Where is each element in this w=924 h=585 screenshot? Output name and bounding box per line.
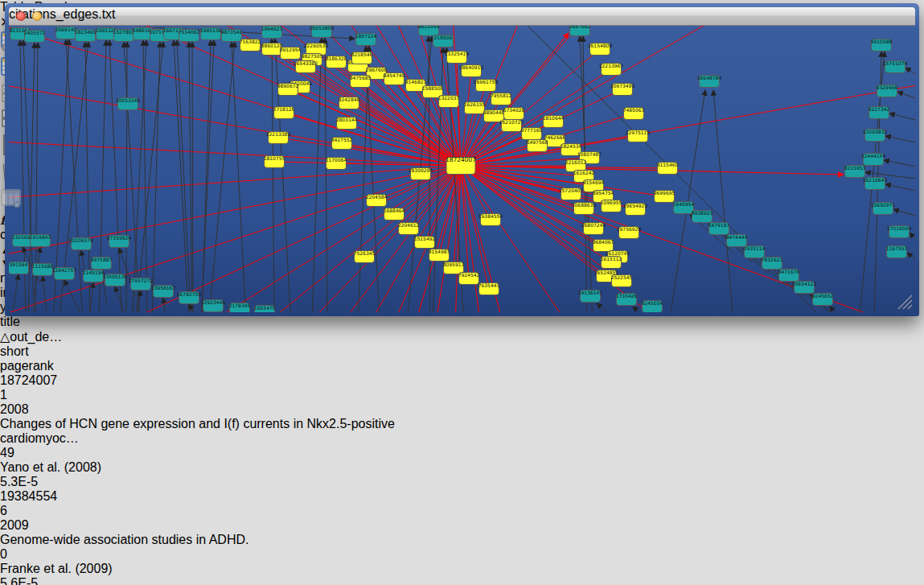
network-node[interactable]: 18724007 (446, 156, 476, 175)
network-node[interactable]: 9329966 (877, 84, 898, 97)
network-node[interactable]: 6479197 (708, 222, 730, 235)
network-node[interactable]: 17359924 (107, 235, 132, 248)
network-node[interactable]: 1810755 (264, 155, 285, 168)
network-node[interactable]: 7635441 (478, 282, 500, 295)
network-view[interactable]: 8131054240557220691401823460106532815278… (9, 26, 915, 315)
network-node[interactable]: 1093475 (254, 305, 276, 313)
network-node[interactable]: 12213967 (599, 63, 624, 76)
network-node[interactable]: 9154987 (429, 249, 450, 262)
network-node[interactable]: 10688639 (572, 202, 597, 215)
network-node[interactable]: 7514062 (179, 29, 200, 42)
network-node[interactable]: 10654122 (792, 281, 817, 294)
network-node[interactable]: 8218546 (351, 51, 373, 64)
network-node[interactable]: 2522545 (611, 274, 633, 287)
network-node[interactable]: 18640910 (459, 64, 484, 77)
network-node[interactable]: 1626155 (464, 101, 486, 114)
network-node[interactable]: 1096955 (601, 200, 622, 212)
network-node[interactable]: 6734028 (503, 107, 525, 120)
network-node[interactable]: 391594 (9, 262, 29, 274)
network-node[interactable]: 9475685 (350, 75, 372, 88)
network-node[interactable]: 1322037 (438, 95, 460, 108)
network-node[interactable]: 16782759 (177, 291, 202, 304)
network-node[interactable]: 19654923 (623, 203, 648, 216)
network-node[interactable]: 1857224 (355, 33, 377, 46)
network-node[interactable]: 16648784 (697, 75, 722, 88)
window-titlebar[interactable]: citations_edges.txt (9, 7, 915, 26)
network-canvas[interactable]: 8131054240557220691401823460106532815278… (9, 26, 915, 312)
network-node[interactable]: 218506 (433, 35, 454, 47)
network-node[interactable]: 1995136 (200, 27, 222, 40)
network-node[interactable]: 20053346 (116, 97, 141, 110)
table-row[interactable]: 1938455462009Genome-wide association stu… (0, 489, 924, 585)
network-node[interactable]: 16543382 (294, 60, 318, 73)
network-node[interactable]: 8454749 (384, 72, 405, 85)
network-node[interactable]: 8912954 (280, 47, 302, 60)
network-node[interactable]: 1115686 (32, 263, 54, 276)
network-node[interactable]: 9699695 (654, 190, 676, 203)
network-node[interactable]: 15692971 (871, 202, 896, 215)
network-node[interactable]: 1515492 (414, 236, 436, 249)
network-node[interactable]: 9890672 (277, 83, 299, 96)
network-node[interactable]: 9975887 (91, 257, 113, 270)
network-node[interactable]: 8427552 (331, 137, 353, 150)
network-node[interactable]: 16961758 (474, 79, 499, 92)
network-node[interactable]: 1810644 (543, 115, 565, 128)
network-node[interactable]: 2204584 (366, 194, 388, 207)
close-window-icon[interactable] (16, 11, 26, 21)
network-node[interactable]: 9777169 (521, 127, 543, 140)
network-node[interactable]: 16154808 (588, 43, 613, 56)
network-node[interactable]: 1615112 (601, 256, 622, 269)
column-header-title[interactable]: title (0, 315, 400, 329)
network-node[interactable]: 7485063 (623, 107, 645, 120)
network-node[interactable]: 2178345 (229, 303, 251, 313)
network-node[interactable]: 12213383 (266, 131, 291, 144)
network-node[interactable]: 1170064 (326, 157, 347, 170)
network-node[interactable]: 15720407 (559, 187, 584, 200)
network-node[interactable]: 14136141 (578, 290, 603, 303)
network-node[interactable]: 1919843 (30, 234, 51, 247)
network-node[interactable]: 12923446 (201, 299, 226, 312)
network-node[interactable]: 8215953 (844, 165, 866, 178)
network-node[interactable]: 7924542 (458, 272, 480, 285)
network-node[interactable]: 19384554 (478, 213, 503, 226)
network-node[interactable]: 7832621 (762, 257, 783, 270)
network-node[interactable]: 7163822 (240, 39, 261, 51)
minimize-window-icon[interactable] (32, 11, 42, 21)
network-node[interactable]: 9910588 (871, 39, 893, 51)
network-node[interactable]: 13505135 (103, 274, 128, 286)
network-node[interactable]: 1167553 (886, 245, 908, 258)
network-node[interactable]: 17957272 (129, 278, 154, 290)
network-node[interactable]: 2803144 (336, 117, 358, 130)
network-node[interactable]: 1527802 (113, 29, 135, 42)
network-node[interactable]: 12093832 (863, 129, 888, 142)
network-node[interactable]: 18300295 (409, 167, 433, 180)
network-node[interactable]: 13325419 (445, 51, 470, 64)
network-node[interactable]: 15751074 (883, 60, 908, 73)
network-node[interactable]: 2687682 (569, 26, 591, 36)
network-node[interactable]: 8471676 (778, 269, 800, 282)
network-node[interactable]: 9242848 (339, 97, 360, 109)
network-node[interactable]: 2204612 (398, 222, 420, 235)
network-node[interactable]: 20206576 (69, 237, 94, 250)
network-node[interactable]: 7526345 (354, 250, 376, 263)
network-node[interactable]: 2405572 (24, 30, 46, 43)
network-node[interactable]: 12942757 (52, 267, 77, 280)
network-node[interactable]: 2718126 (273, 106, 295, 119)
network-node[interactable]: 16210643 (863, 177, 888, 190)
network-node[interactable]: 17016504 (887, 225, 912, 238)
network-node[interactable]: 1145194 (83, 270, 105, 282)
network-node[interactable]: 19756928 (617, 226, 642, 239)
network-node[interactable]: 16807249 (581, 222, 606, 235)
network-node[interactable]: 9245034 (642, 300, 663, 313)
table-row[interactable]: 1872400712008Changes of HCN gene express… (0, 373, 924, 489)
network-node[interactable]: 6497568 (527, 139, 548, 152)
resize-grip-icon[interactable] (898, 295, 912, 309)
network-node[interactable]: 9227342 (869, 106, 890, 119)
network-node[interactable]: 16053809 (310, 26, 335, 38)
network-node[interactable]: 9115460 (657, 162, 679, 175)
network-node[interactable]: 12975115 (626, 130, 651, 142)
column-header-short[interactable]: short (0, 344, 127, 359)
network-node[interactable]: 1994623 (261, 26, 283, 39)
column-header-pagerank[interactable]: pagerank (0, 359, 104, 373)
network-node[interactable]: 8186328 (326, 56, 347, 68)
